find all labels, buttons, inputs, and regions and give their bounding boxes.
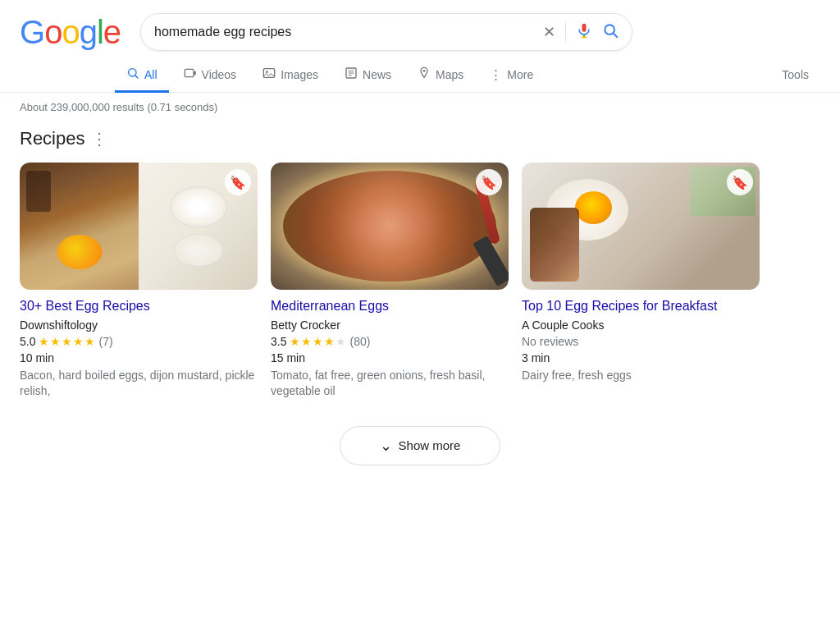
recipe-image-2: 🔖 [271,163,509,290]
svg-point-15 [423,70,426,72]
tab-news[interactable]: News [333,58,403,93]
divider [565,22,566,42]
search-bar: ✕ [140,13,632,51]
show-more-container: ⌄ Show more [20,419,820,485]
tab-videos[interactable]: Videos [172,58,249,93]
recipe-source-1: Downshiftology [20,318,258,332]
main-content: Recipes ⋮ 🔖 [0,128,840,485]
more-icon: ⋮ [490,67,502,82]
recipe-rating-2: 3.5 ★ ★ ★ ★ ★ (80) [271,335,509,348]
tab-tools[interactable]: Tools [770,60,820,92]
recipe-ingredients-3: Dairy free, fresh eggs [522,368,760,384]
all-icon [126,66,139,82]
news-icon [345,66,358,82]
recipe-time-1: 10 min [20,351,258,364]
section-title: Recipes [20,128,84,149]
header: Google ✕ [0,0,840,57]
svg-rect-0 [582,23,587,31]
search-bar-wrapper: ✕ [140,13,632,51]
tab-images[interactable]: Images [251,58,330,93]
recipe-ingredients-1: Bacon, hard boiled eggs, dijon mustard, … [20,368,258,400]
tools-label: Tools [782,68,809,81]
results-count: About 239,000,000 results (0.71 seconds) [20,101,217,113]
tab-maps[interactable]: Maps [406,58,475,93]
bookmark-2[interactable]: 🔖 [476,169,502,195]
recipe-card-2[interactable]: 🔖 Mediterranean Eggs Betty Crocker 3.5 ★… [271,163,509,400]
svg-rect-9 [263,69,274,78]
nav-tabs: All Videos Images [0,57,840,93]
tab-all[interactable]: All [115,58,169,93]
section-more-icon[interactable]: ⋮ [91,129,107,149]
recipe-title-2: Mediterranean Eggs [271,298,509,315]
rating-count-1: (7) [98,335,112,348]
videos-icon [184,66,197,82]
recipe-time-2: 15 min [271,351,509,364]
svg-line-6 [135,76,138,78]
stars-2: ★ ★ ★ ★ ★ [290,335,346,348]
results-info: About 239,000,000 results (0.71 seconds) [0,93,840,121]
recipe-rating-3: No reviews [522,335,760,348]
recipe-cards: 🔖 30+ Best Egg Recipes Downshiftology 5.… [20,163,820,400]
tab-maps-label: Maps [436,68,463,81]
recipe-source-2: Betty Crocker [271,318,509,332]
tab-news-label: News [363,68,391,81]
show-more-button[interactable]: ⌄ Show more [340,426,501,465]
bookmark-3[interactable]: 🔖 [727,169,753,195]
bookmark-1[interactable]: 🔖 [225,169,251,195]
tab-more[interactable]: ⋮ More [478,59,545,93]
recipe-rating-1: 5.0 ★ ★ ★ ★ ★ (7) [20,335,258,348]
tab-images-label: Images [281,68,318,81]
svg-line-4 [614,33,618,37]
section-title-row: Recipes ⋮ [20,128,820,149]
recipe-source-3: A Couple Cooks [522,318,760,332]
maps-icon [418,66,431,82]
mic-icon[interactable] [576,22,592,43]
images-icon [262,66,276,82]
recipe-ingredients-2: Tomato, fat free, green onions, fresh ba… [271,368,509,400]
rating-count-2: (80) [349,335,370,348]
clear-icon[interactable]: ✕ [543,25,555,39]
recipe-title-1: 30+ Best Egg Recipes [20,298,258,315]
recipe-title-3: Top 10 Egg Recipes for Breakfast [522,298,760,315]
tab-more-label: More [507,68,533,81]
show-more-label: Show more [399,438,461,452]
recipe-time-3: 3 min [522,351,760,364]
search-button[interactable] [602,22,619,43]
svg-point-10 [266,71,268,73]
recipe-card-1[interactable]: 🔖 30+ Best Egg Recipes Downshiftology 5.… [20,163,258,400]
rating-value-2: 3.5 [271,335,286,348]
rating-value-1: 5.0 [20,335,35,348]
google-logo: Google [20,14,121,51]
tab-all-label: All [144,68,158,81]
recipe-image-1: 🔖 [20,163,258,290]
no-reviews-3: No reviews [522,335,578,348]
search-input[interactable] [154,25,535,39]
tab-videos-label: Videos [202,68,237,81]
recipe-image-3: 🔖 [522,163,760,290]
recipe-card-3[interactable]: 🔖 Top 10 Egg Recipes for Breakfast A Cou… [522,163,760,400]
show-more-chevron: ⌄ [380,437,392,455]
stars-1: ★ ★ ★ ★ ★ [39,335,95,348]
svg-rect-7 [185,69,194,76]
search-icons: ✕ [543,22,619,43]
